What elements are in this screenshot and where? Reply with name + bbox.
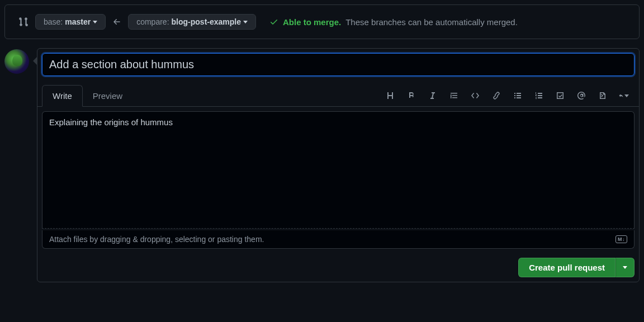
merge-status: Able to merge. These branches can be aut…: [269, 17, 518, 27]
caret-down-icon: [243, 21, 248, 23]
comment-box: Write Preview: [37, 48, 640, 282]
attach-hint[interactable]: Attach files by dragging & dropping, sel…: [42, 230, 634, 249]
md-toolbar: [385, 91, 634, 101]
tasklist-icon[interactable]: [555, 91, 565, 101]
compare-bar: base: master compare: blog-post-example …: [4, 4, 640, 39]
actions-row: Create pull request: [37, 253, 639, 282]
caret-down-icon: [93, 21, 97, 23]
pr-title-input[interactable]: [42, 53, 634, 76]
merge-able-text: Able to merge.: [283, 17, 341, 27]
link-icon[interactable]: [491, 91, 501, 101]
bold-icon[interactable]: [406, 91, 416, 101]
pr-body-textarea[interactable]: [42, 111, 634, 229]
git-compare-icon: [18, 17, 29, 27]
compare-label: compare:: [136, 17, 169, 26]
markdown-icon[interactable]: M↓: [615, 235, 627, 243]
create-pr-button[interactable]: Create pull request: [518, 258, 615, 277]
tab-preview[interactable]: Preview: [83, 86, 132, 106]
arrow-left-icon: [112, 17, 121, 26]
ol-icon[interactable]: [534, 91, 544, 101]
base-value: master: [65, 17, 91, 26]
tab-write[interactable]: Write: [42, 85, 83, 107]
attach-hint-text: Attach files by dragging & dropping, sel…: [49, 235, 264, 244]
compare-value: blog-post-example: [172, 17, 241, 26]
editor-tabs: Write Preview: [37, 85, 639, 107]
ul-icon[interactable]: [513, 91, 523, 101]
create-pr-dropdown[interactable]: [615, 258, 634, 277]
base-label: base:: [44, 17, 63, 26]
mention-icon[interactable]: [576, 91, 586, 101]
check-icon: [269, 17, 278, 26]
base-branch-select[interactable]: base: master: [35, 14, 106, 30]
reply-icon[interactable]: [619, 91, 629, 101]
code-icon[interactable]: [470, 91, 480, 101]
crossref-icon[interactable]: [598, 91, 608, 101]
quote-icon[interactable]: [449, 91, 459, 101]
caret-down-icon: [623, 266, 627, 269]
avatar: [4, 49, 29, 74]
compare-branch-select[interactable]: compare: blog-post-example: [128, 14, 256, 30]
merge-detail-text: These branches can be automatically merg…: [345, 17, 518, 27]
heading-icon[interactable]: [385, 91, 395, 101]
italic-icon[interactable]: [428, 91, 438, 101]
